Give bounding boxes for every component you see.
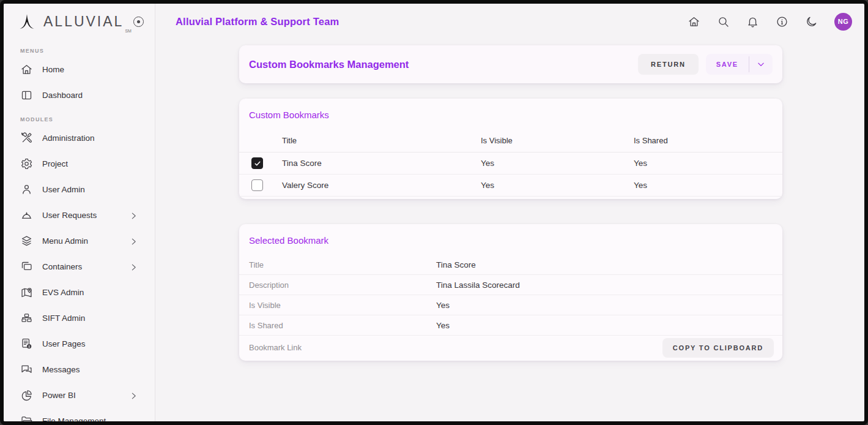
topbar-icons: NG — [688, 13, 852, 31]
save-split-button: SAVE — [706, 54, 773, 75]
cell-is-shared: Yes — [634, 181, 782, 190]
field-value: Yes — [436, 301, 774, 310]
custom-bookmarks-card: Custom Bookmarks Title Is Visible Is Sha… — [239, 99, 782, 199]
cell-is-shared: Yes — [634, 159, 782, 168]
sidebar-item-user-pages[interactable]: User Pages — [4, 331, 155, 356]
field-value: Tina Score — [436, 260, 774, 269]
map-pin-icon — [20, 286, 33, 299]
selected-bookmark-title: Selected Bookmark — [239, 224, 782, 255]
sidebar-nav: MENUS Home Dashboard MODULES Administrat… — [4, 48, 155, 421]
gear-icon — [20, 157, 33, 170]
sidebar-item-evs-admin[interactable]: EVS Admin — [4, 279, 155, 305]
team-title: Alluvial Platform & Support Team — [176, 16, 339, 28]
field-row-is-shared: Is Shared Yes — [239, 315, 782, 336]
section-label-modules: MODULES — [20, 116, 155, 124]
section-label-menus: MENUS — [20, 48, 155, 55]
windows-icon — [20, 260, 33, 273]
home-icon[interactable] — [688, 15, 700, 28]
sidebar: ALLUVIAL SM MENUS Home Dashboard MODULES — [4, 4, 155, 421]
field-row-description: Description Tina Lassila Scorecard — [239, 275, 782, 295]
home-icon — [20, 63, 33, 76]
sidebar-item-sift-admin[interactable]: SIFT Admin — [4, 305, 155, 331]
column-header-is-shared: Is Shared — [634, 136, 782, 145]
sidebar-item-power-bi[interactable]: Power BI — [4, 382, 155, 408]
user-avatar[interactable]: NG — [834, 13, 852, 31]
table-row[interactable]: Tina Score Yes Yes — [239, 152, 782, 175]
chevron-right-icon — [130, 211, 138, 219]
field-row-is-visible: Is Visible Yes — [239, 295, 782, 315]
person-icon — [20, 183, 33, 196]
save-options-button[interactable] — [749, 55, 773, 73]
cell-is-visible: Yes — [481, 159, 634, 168]
cloche-icon — [20, 209, 33, 222]
bell-icon[interactable] — [746, 15, 759, 28]
table-row[interactable]: Valery Score Yes Yes — [239, 175, 782, 197]
page-title: Custom Bookmarks Management — [249, 59, 409, 70]
folder-icon — [20, 415, 33, 422]
search-icon[interactable] — [717, 15, 730, 28]
field-value: Tina Lassila Scorecard — [436, 280, 774, 290]
save-button[interactable]: SAVE — [706, 54, 749, 75]
page-content: Custom Bookmarks Management RETURN SAVE — [239, 39, 782, 361]
field-row-bookmark-link: Bookmark Link COPY TO CLIPBOARD — [239, 336, 782, 359]
selected-bookmark-card: Selected Bookmark Title Tina Score Descr… — [239, 224, 782, 361]
layers-icon — [20, 235, 33, 247]
brand-trademark: SM — [125, 29, 132, 33]
sidebar-item-dashboard[interactable]: Dashboard — [4, 82, 155, 108]
sidebar-item-administration[interactable]: Administration — [4, 125, 155, 151]
column-header-title: Title — [282, 136, 481, 145]
chevron-right-icon — [130, 237, 138, 245]
dashboard-icon — [20, 89, 33, 102]
sidebar-item-user-admin[interactable]: User Admin — [4, 176, 155, 202]
chevron-right-icon — [130, 263, 138, 271]
alluvial-logo-icon — [18, 13, 35, 30]
moon-icon[interactable] — [805, 15, 818, 28]
sidebar-collapse-toggle-icon[interactable] — [133, 17, 144, 27]
bookmarks-table-header: Title Is Visible Is Shared — [239, 129, 782, 152]
cell-is-visible: Yes — [481, 181, 634, 190]
transfer-boxes-icon — [20, 312, 33, 325]
brand-name: ALLUVIAL — [43, 13, 124, 30]
field-label: Title — [249, 260, 436, 269]
row-checkbox[interactable] — [251, 157, 263, 169]
sidebar-item-messages[interactable]: Messages — [4, 356, 155, 382]
chevron-down-icon — [757, 60, 765, 69]
field-label: Description — [249, 280, 436, 290]
row-checkbox[interactable] — [251, 179, 263, 191]
pie-chart-icon — [20, 389, 33, 402]
sidebar-item-containers[interactable]: Containers — [4, 254, 155, 279]
sidebar-item-home[interactable]: Home — [4, 56, 155, 82]
field-label: Bookmark Link — [249, 343, 436, 352]
column-header-is-visible: Is Visible — [481, 136, 634, 145]
app-window: ALLUVIAL SM MENUS Home Dashboard MODULES — [0, 0, 868, 425]
field-row-title: Title Tina Score — [239, 255, 782, 275]
page-header-card: Custom Bookmarks Management RETURN SAVE — [239, 45, 782, 83]
chevron-right-icon — [130, 391, 138, 399]
sidebar-header: ALLUVIAL SM — [4, 4, 155, 39]
document-info-icon — [20, 337, 33, 350]
field-label: Is Shared — [249, 321, 436, 330]
tools-icon — [20, 132, 33, 145]
topbar: Alluvial Platform & Support Team NG — [155, 4, 864, 39]
field-value: Yes — [436, 321, 774, 330]
sidebar-item-menu-admin[interactable]: Menu Admin — [4, 228, 155, 254]
copy-to-clipboard-button[interactable]: COPY TO CLIPBOARD — [662, 338, 774, 358]
sidebar-item-project[interactable]: Project — [4, 151, 155, 176]
chat-bubbles-icon — [20, 363, 33, 376]
custom-bookmarks-title: Custom Bookmarks — [239, 99, 782, 129]
info-icon[interactable] — [776, 15, 788, 28]
page-header-actions: RETURN SAVE — [638, 54, 773, 75]
field-label: Is Visible — [249, 301, 436, 310]
return-button[interactable]: RETURN — [638, 54, 699, 75]
sidebar-item-user-requests[interactable]: User Requests — [4, 202, 155, 228]
cell-title: Valery Score — [282, 181, 481, 190]
cell-title: Tina Score — [282, 159, 481, 168]
main-area: Alluvial Platform & Support Team NG — [155, 4, 864, 421]
sidebar-item-file-management[interactable]: File Management — [4, 408, 155, 421]
